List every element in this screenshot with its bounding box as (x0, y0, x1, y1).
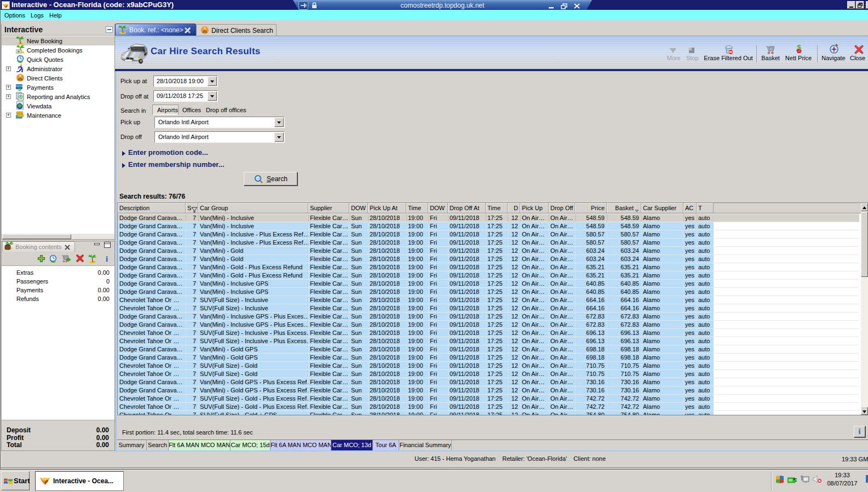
svg-text:$: $ (18, 84, 21, 92)
svg-text:i: i (106, 254, 108, 263)
